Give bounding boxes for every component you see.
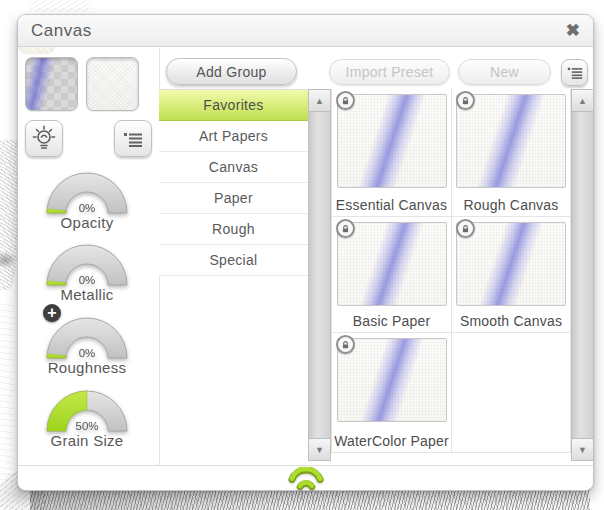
lightbulb-icon xyxy=(31,125,57,153)
panel-title: Canvas xyxy=(31,21,92,41)
lock-icon xyxy=(341,340,350,350)
pencil-sketch-left-lower xyxy=(0,300,14,480)
lock-icon xyxy=(461,224,470,234)
preset-smooth-canvas[interactable]: Smooth Canvas xyxy=(452,217,571,333)
preset-label: Essential Canvas xyxy=(332,197,451,213)
preset-thumbnail[interactable] xyxy=(337,338,447,422)
dial-value: 50% xyxy=(75,420,98,432)
preset-menu-button[interactable] xyxy=(561,59,588,86)
close-icon[interactable]: ✖ xyxy=(566,22,580,39)
preset-grid-scrollbar[interactable]: ▲ ▼ xyxy=(571,89,594,461)
grain-menu-button[interactable] xyxy=(114,120,152,157)
group-list: FavoritesArt PapersCanvasPaperRoughSpeci… xyxy=(159,90,308,276)
preset-watercolor-paper[interactable]: WaterColor Paper xyxy=(332,333,452,453)
dial-roughness[interactable]: 0% Roughness+ xyxy=(39,312,135,376)
dial-value: 0% xyxy=(79,202,96,214)
lock-badge xyxy=(336,219,355,238)
lock-badge xyxy=(336,91,355,110)
group-item-special[interactable]: Special xyxy=(159,245,308,276)
pencil-sketch-bottom xyxy=(30,488,590,510)
dial-opacity[interactable]: 0% Opacity xyxy=(39,167,135,231)
group-item-rough[interactable]: Rough xyxy=(159,214,308,245)
preset-thumbnail[interactable] xyxy=(337,222,447,306)
lock-badge xyxy=(456,91,475,110)
pencil-sketch-top xyxy=(30,0,90,12)
group-panel-scrollbar[interactable]: ▲ ▼ xyxy=(308,89,331,461)
grain-preview-swatch[interactable] xyxy=(25,57,78,111)
dial-metallic[interactable]: 0% Metallic xyxy=(39,239,135,303)
plus-icon[interactable]: + xyxy=(43,304,61,322)
preset-label: WaterColor Paper xyxy=(332,433,451,449)
menu-list-icon xyxy=(123,131,143,147)
lock-icon xyxy=(341,96,350,106)
scroll-up-icon[interactable]: ▲ xyxy=(572,90,593,112)
preset-thumbnail[interactable] xyxy=(456,94,566,188)
new-preset-button[interactable]: New xyxy=(458,59,551,85)
group-item-art-papers[interactable]: Art Papers xyxy=(159,121,308,152)
scroll-down-icon[interactable]: ▼ xyxy=(572,438,593,460)
lock-icon xyxy=(461,96,470,106)
scroll-up-icon[interactable]: ▲ xyxy=(309,90,330,112)
lighting-button[interactable] xyxy=(25,120,63,157)
dial-value: 0% xyxy=(79,274,96,286)
preset-rough-canvas[interactable]: Rough Canvas xyxy=(452,89,571,217)
signal-arcs-icon[interactable] xyxy=(283,467,329,490)
scroll-down-icon[interactable]: ▼ xyxy=(309,438,330,460)
group-item-canvas[interactable]: Canvas xyxy=(159,152,308,183)
preset-essential-canvas[interactable]: Essential Canvas xyxy=(332,89,452,217)
lock-badge xyxy=(336,335,355,354)
paper-preview-swatch[interactable] xyxy=(86,57,139,111)
preset-basic-paper[interactable]: Basic Paper xyxy=(332,217,452,333)
lock-badge xyxy=(456,219,475,238)
import-preset-button[interactable]: Import Preset xyxy=(329,59,450,85)
group-item-favorites[interactable]: Favorites xyxy=(159,90,308,121)
menu-list-icon xyxy=(567,66,583,79)
panel-bottom-bar xyxy=(18,465,593,490)
preset-label: Basic Paper xyxy=(332,313,451,329)
preset-label: Rough Canvas xyxy=(452,197,570,213)
lock-icon xyxy=(341,224,350,234)
title-bar[interactable]: Canvas ✖ xyxy=(18,15,593,47)
preset-label: Smooth Canvas xyxy=(452,313,570,329)
preset-grid: Essential Canvas Rough Canvas Basic Pape… xyxy=(331,89,571,453)
preset-thumbnail[interactable] xyxy=(337,94,447,188)
canvas-panel: Canvas ✖ xyxy=(17,14,594,491)
dial-grain-size[interactable]: 50% Grain Size xyxy=(39,385,135,449)
pencil-sketch-blob xyxy=(0,252,16,268)
group-item-paper[interactable]: Paper xyxy=(159,183,308,214)
dial-value: 0% xyxy=(79,347,96,359)
add-group-button[interactable]: Add Group xyxy=(166,58,297,85)
preset-cell-empty xyxy=(452,333,571,453)
